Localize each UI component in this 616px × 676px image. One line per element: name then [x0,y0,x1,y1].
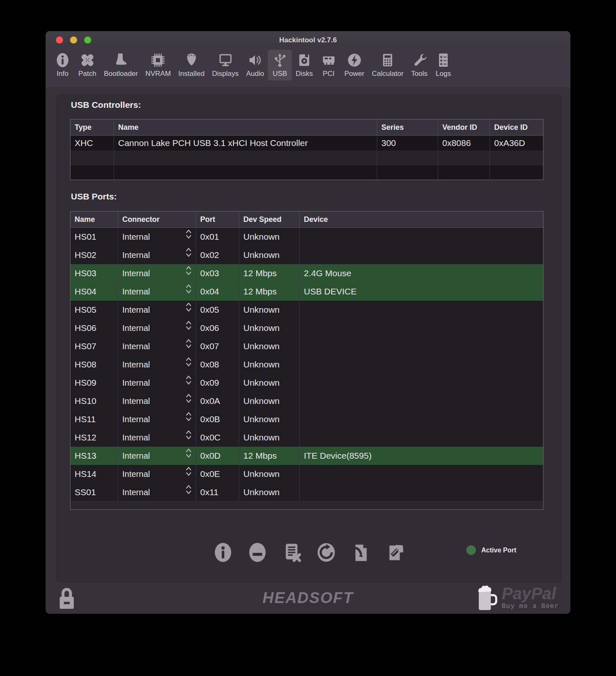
port-row-hs14[interactable]: HS14Internal0x0EUnknown [70,465,543,483]
cell-port-address: 0x0C [196,428,239,447]
controllers-col-vendor-id[interactable]: Vendor ID [438,119,490,135]
port-row-hs07[interactable]: HS07Internal0x07Unknown [70,337,543,355]
connector-select[interactable]: Internal [118,337,196,355]
zoom-window-button[interactable] [84,36,91,44]
toolbar-item-label: Displays [212,70,238,78]
cell-port-address: 0x06 [196,319,239,337]
toolbar-item-info[interactable]: Info [51,50,75,80]
cell-device [299,319,543,337]
connector-select[interactable]: Internal [118,392,196,410]
toolbar-item-installed[interactable]: Installed [175,50,208,80]
port-row-hs01[interactable]: HS01Internal0x01Unknown [70,228,543,246]
port-row-hs10[interactable]: HS10Internal0x0AUnknown [70,392,543,410]
paypal-donate[interactable]: PayPal Buy me a Beer [478,584,559,613]
connector-select[interactable]: Internal [118,428,196,447]
chevron-up-down-icon [186,447,192,465]
connector-value: Internal [122,428,150,447]
connector-select[interactable]: Internal [118,301,196,319]
ports-col-port[interactable]: Port [196,212,239,227]
connector-select[interactable]: Internal [118,447,196,465]
controller-row[interactable]: XHCCannon Lake PCH USB 3.1 xHCI Host Con… [70,136,543,151]
cell-port-name: HS13 [70,447,118,465]
port-row-hs04[interactable]: HS04Internal0x0412 MbpsUSB DEVICE [70,282,543,301]
toolbar-item-pci[interactable]: PCI [317,50,341,80]
toolbar-item-logs[interactable]: Logs [431,50,455,80]
patch-icon [79,52,96,68]
ports-col-dev-speed[interactable]: Dev Speed [239,212,299,227]
usb-controllers-heading: USB Controllers: [71,100,141,110]
clear-list-button[interactable] [281,542,302,563]
cell-device: 2.4G Mouse [299,264,543,282]
connector-select[interactable]: Internal [118,319,196,337]
cell-dev-speed: Unknown [239,465,299,483]
ports-col-device[interactable]: Device [299,212,543,227]
minimize-window-button[interactable] [70,36,77,44]
empty-cell [490,151,543,165]
chevron-up-down-icon [186,410,192,428]
port-row-hs06[interactable]: HS06Internal0x06Unknown [70,319,543,337]
port-row-ss01[interactable]: SS01Internal0x11Unknown [70,483,543,501]
toolbar-item-nvram[interactable]: NVRAM [142,50,175,80]
connector-select[interactable]: Internal [118,410,196,428]
toolbar-item-label: NVRAM [146,70,171,78]
port-row-hs13[interactable]: HS13Internal0x0D12 MbpsITE Device(8595) [70,447,543,465]
port-row-hs02[interactable]: HS02Internal0x02Unknown [70,246,543,264]
controllers-col-device-id[interactable]: Device ID [490,119,543,135]
connector-select[interactable]: Internal [118,483,196,501]
cell-dev-speed: 12 Mbps [239,282,299,301]
export-file-button[interactable] [385,542,405,563]
refresh-button[interactable] [316,542,337,563]
connector-select[interactable]: Internal [118,246,196,264]
toolbar-item-patch[interactable]: Patch [75,50,100,80]
nvram-icon [150,52,166,68]
info-circle-button[interactable] [213,542,233,563]
port-row-hs12[interactable]: HS12Internal0x0CUnknown [70,428,543,447]
empty-cell [377,151,438,165]
empty-cell [490,165,543,180]
port-row-hs05[interactable]: HS05Internal0x05Unknown [70,301,543,319]
chevron-up-down-icon [186,428,192,447]
connector-select[interactable]: Internal [118,264,196,282]
connector-value: Internal [122,447,150,465]
connector-select[interactable]: Internal [118,465,196,483]
ports-col-name[interactable]: Name [70,212,118,227]
toolbar-item-power[interactable]: Power [341,50,368,80]
toolbar-item-usb[interactable]: USB [268,50,292,80]
pci-icon [320,52,337,68]
toolbar-item-calculator[interactable]: Calculator [368,50,407,80]
toolbar: InfoPatchBootloaderNVRAMInstalledDisplay… [46,49,570,88]
close-window-button[interactable] [56,36,63,44]
port-row-hs08[interactable]: HS08Internal0x08Unknown [70,355,543,374]
toolbar-item-tools[interactable]: Tools [407,50,431,80]
controllers-col-type[interactable]: Type [70,119,114,135]
remove-button[interactable] [247,542,268,563]
controllers-col-series[interactable]: Series [377,119,438,135]
cell-device [299,246,543,264]
connector-select[interactable]: Internal [118,282,196,301]
toolbar-item-label: Bootloader [104,70,138,78]
toolbar-item-bootloader[interactable]: Bootloader [100,50,141,80]
import-file-button[interactable] [350,542,371,563]
port-row-hs03[interactable]: HS03Internal0x0312 Mbps2.4G Mouse [70,264,543,282]
connector-select[interactable]: Internal [118,228,196,246]
cell-device [299,374,543,392]
active-port-label: Active Port [481,547,516,554]
calculator-icon [379,52,396,68]
port-row-hs11[interactable]: HS11Internal0x0BUnknown [70,410,543,428]
empty-row [70,151,543,165]
toolbar-item-disks[interactable]: Disks [292,50,317,80]
displays-icon [217,52,234,68]
connector-select[interactable]: Internal [118,355,196,374]
ports-col-connector[interactable]: Connector [118,212,196,227]
controllers-col-name[interactable]: Name [114,119,377,135]
empty-cell [438,165,490,180]
usb-panel: USB Controllers: TypeNameSeriesVendor ID… [56,95,562,583]
cell-port-name: HS11 [70,410,118,428]
toolbar-item-label: Calculator [372,70,404,78]
connector-select[interactable]: Internal [118,374,196,392]
cell-port-name: HS08 [70,355,118,374]
toolbar-item-displays[interactable]: Displays [208,50,242,80]
empty-cell [70,165,114,180]
port-row-hs09[interactable]: HS09Internal0x09Unknown [70,374,543,392]
toolbar-item-audio[interactable]: Audio [243,50,268,80]
